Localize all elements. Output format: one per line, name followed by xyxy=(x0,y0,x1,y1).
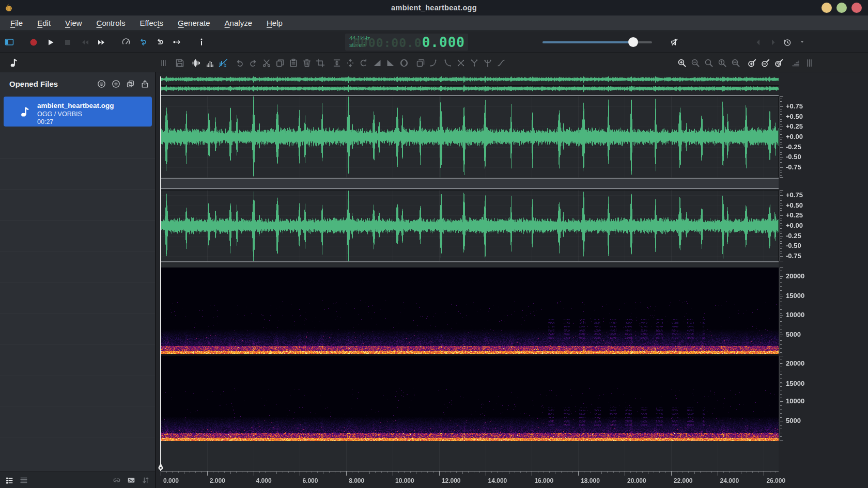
zoom-one-icon[interactable] xyxy=(717,57,727,69)
spectrogram-channel-left[interactable] xyxy=(161,267,779,354)
volume-thumb[interactable] xyxy=(628,37,638,47)
timeline-label: 8.000 xyxy=(349,477,364,484)
spectrogram-channel-right[interactable] xyxy=(161,356,779,441)
timeline-label: 22.000 xyxy=(674,477,693,484)
close-button[interactable] xyxy=(851,3,862,13)
timeline-label: 18.000 xyxy=(581,477,600,484)
loop-disc-icon[interactable] xyxy=(399,57,409,69)
curve-l-icon[interactable] xyxy=(442,57,453,69)
cross-x-icon[interactable] xyxy=(456,57,466,69)
spect-view-icon[interactable] xyxy=(205,57,215,69)
menu-view[interactable]: View xyxy=(58,15,89,31)
paste-icon[interactable] xyxy=(288,57,299,69)
sidebar-toggle-icon[interactable] xyxy=(4,36,14,49)
vzoom-reset-icon[interactable] xyxy=(774,57,784,69)
caret-down-icon[interactable] xyxy=(797,36,807,49)
link-icon[interactable] xyxy=(112,474,122,486)
zoom-icon[interactable] xyxy=(704,57,714,69)
playback-speed-icon[interactable] xyxy=(121,36,131,49)
rewind-icon[interactable] xyxy=(80,36,90,49)
sort-icon[interactable] xyxy=(141,474,151,486)
vzoom-in-icon[interactable] xyxy=(747,57,757,69)
list-compact-icon[interactable] xyxy=(19,474,29,486)
levels-icon[interactable] xyxy=(791,57,801,69)
loop-once-icon[interactable] xyxy=(155,36,165,49)
menu-generate[interactable]: Generate xyxy=(171,15,218,31)
reverse-icon[interactable] xyxy=(359,57,369,69)
history-icon[interactable] xyxy=(782,36,793,49)
play-icon[interactable] xyxy=(45,36,56,49)
volume-slider[interactable] xyxy=(542,37,652,48)
menu-edit[interactable]: Edit xyxy=(30,15,58,31)
info-icon[interactable] xyxy=(196,36,207,49)
wye-y-icon[interactable] xyxy=(469,57,479,69)
file-list-separator xyxy=(0,437,155,437)
timeline-label: 10.000 xyxy=(395,477,414,484)
image-card-icon[interactable] xyxy=(126,474,136,486)
normalize-icon[interactable] xyxy=(332,57,342,69)
amplitude-scale-label: -0.25 xyxy=(786,232,801,240)
zoom-out-icon[interactable] xyxy=(690,57,701,69)
redo-icon[interactable] xyxy=(248,57,258,69)
opened-file-item[interactable]: ambient_heartbeat.ogg OGG / VORBIS 00:27 xyxy=(4,97,152,127)
maximize-button[interactable] xyxy=(836,3,847,13)
overview-strip[interactable] xyxy=(161,76,779,95)
frequency-scale-label: 5000 xyxy=(786,330,801,338)
layers-icon[interactable] xyxy=(415,57,426,69)
psi-split-icon[interactable] xyxy=(483,57,493,69)
playhead-cursor[interactable] xyxy=(160,76,161,471)
view-options-icon[interactable] xyxy=(96,77,106,90)
nav-back-icon[interactable] xyxy=(753,36,764,49)
frequency-scale-label: 15000 xyxy=(786,380,804,387)
minimize-button[interactable] xyxy=(822,3,832,13)
add-file-icon[interactable] xyxy=(111,77,121,90)
amplitude-scale-label: +0.25 xyxy=(786,211,803,219)
grip-icon[interactable] xyxy=(158,57,168,69)
copy-icon[interactable] xyxy=(275,57,285,69)
timeline-ruler[interactable]: 0.0002.0004.0006.0008.00010.00012.00014.… xyxy=(161,471,779,488)
timeline-label: 16.000 xyxy=(534,477,553,484)
zoom-in-icon[interactable] xyxy=(677,57,687,69)
wave-spect-view-icon[interactable] xyxy=(218,57,228,69)
list-detail-icon[interactable] xyxy=(4,474,14,486)
undo-icon[interactable] xyxy=(235,57,245,69)
menu-effects[interactable]: Effects xyxy=(132,15,171,31)
edit-toolbar-right xyxy=(677,53,814,72)
timeline-label: 20.000 xyxy=(627,477,646,484)
share-file-icon[interactable] xyxy=(140,77,150,90)
time-counter: 0.000 xyxy=(422,35,465,50)
waveform-channel-left[interactable] xyxy=(161,96,779,178)
titlebar: ambient_heartbeat.ogg xyxy=(0,0,868,15)
wave-view-icon[interactable] xyxy=(191,57,202,69)
save-icon[interactable] xyxy=(175,57,185,69)
crop-icon[interactable] xyxy=(315,57,326,69)
fade-in-icon[interactable] xyxy=(372,57,382,69)
menu-file[interactable]: File xyxy=(3,15,30,31)
time-counter-dim: 0000:00.0 xyxy=(353,36,422,50)
s-curve-icon[interactable] xyxy=(496,57,506,69)
transport-buttons xyxy=(4,32,221,53)
nav-forward-icon[interactable] xyxy=(768,36,778,49)
cut-icon[interactable] xyxy=(261,57,272,69)
fade-out-icon[interactable] xyxy=(385,57,396,69)
record-icon[interactable] xyxy=(28,36,39,49)
fast-forward-icon[interactable] xyxy=(97,36,107,49)
menu-help[interactable]: Help xyxy=(259,15,290,31)
zoom-selection-icon[interactable] xyxy=(731,57,741,69)
frequency-scale-label: 15000 xyxy=(786,292,804,300)
split-channels-icon[interactable] xyxy=(345,57,355,69)
vgrip-icon[interactable] xyxy=(804,57,814,69)
stop-icon[interactable] xyxy=(63,36,73,49)
waveform-channel-right[interactable] xyxy=(161,190,779,261)
menu-analyze[interactable]: Analyze xyxy=(218,15,259,31)
curve-j-icon[interactable] xyxy=(429,57,439,69)
loop-icon[interactable] xyxy=(138,36,148,49)
play-through-icon[interactable] xyxy=(172,36,182,49)
mute-icon[interactable] xyxy=(670,36,680,48)
amplitude-scale-label: +0.25 xyxy=(786,122,803,130)
playhead-pin[interactable] xyxy=(157,463,164,474)
duplicate-file-icon[interactable] xyxy=(125,77,135,90)
menu-controls[interactable]: Controls xyxy=(89,15,133,31)
trash-icon[interactable] xyxy=(302,57,312,69)
vzoom-out-icon[interactable] xyxy=(761,57,771,69)
